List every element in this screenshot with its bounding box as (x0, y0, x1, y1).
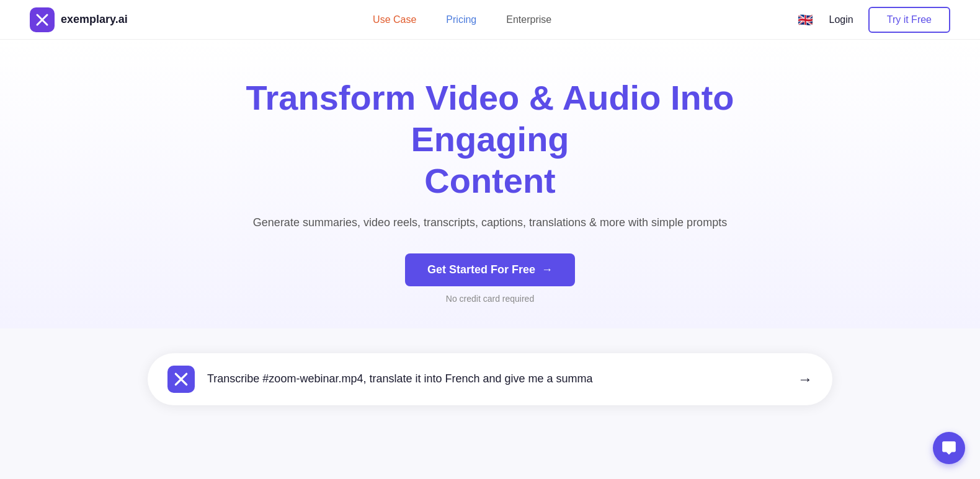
hero-title-line2: Content (424, 161, 556, 200)
logo-text: exemplary.ai (61, 13, 128, 26)
navbar: exemplary.ai Use Case Pricing Enterprise… (0, 0, 980, 40)
nav-use-case[interactable]: Use Case (373, 14, 416, 25)
demo-area: Transcribe #zoom-webinar.mp4, translate … (118, 353, 862, 405)
chat-support-bubble[interactable] (933, 432, 965, 464)
logo[interactable]: exemplary.ai (30, 7, 128, 32)
chat-bubble-icon (941, 440, 957, 456)
chat-bar[interactable]: Transcribe #zoom-webinar.mp4, translate … (148, 353, 832, 405)
cta-label: Get Started For Free (427, 263, 535, 276)
chat-brand-icon (167, 366, 195, 393)
x-icon-svg (173, 371, 189, 387)
cta-button[interactable]: Get Started For Free → (405, 253, 575, 286)
nav-links: Use Case Pricing Enterprise (373, 14, 551, 25)
cta-arrow: → (541, 263, 553, 276)
demo-send-arrow[interactable]: → (798, 371, 813, 388)
nav-enterprise[interactable]: Enterprise (506, 14, 551, 25)
x-logo-svg (35, 12, 50, 27)
hero-title: Transform Video & Audio Into Engaging Co… (242, 77, 738, 202)
hero-title-line1: Transform Video & Audio Into Engaging (246, 78, 734, 159)
demo-prompt-text: Transcribe #zoom-webinar.mp4, translate … (207, 372, 785, 385)
hero-subtitle: Generate summaries, video reels, transcr… (253, 214, 727, 231)
nav-pricing[interactable]: Pricing (446, 14, 476, 25)
hero-section: Transform Video & Audio Into Engaging Co… (0, 40, 980, 328)
logo-icon (30, 7, 55, 32)
language-selector[interactable]: 🇬🇧 (797, 11, 814, 29)
try-free-button[interactable]: Try it Free (868, 7, 950, 33)
nav-right: 🇬🇧 Login Try it Free (797, 7, 950, 33)
no-credit-card-text: No credit card required (446, 294, 534, 304)
login-button[interactable]: Login (829, 14, 853, 25)
